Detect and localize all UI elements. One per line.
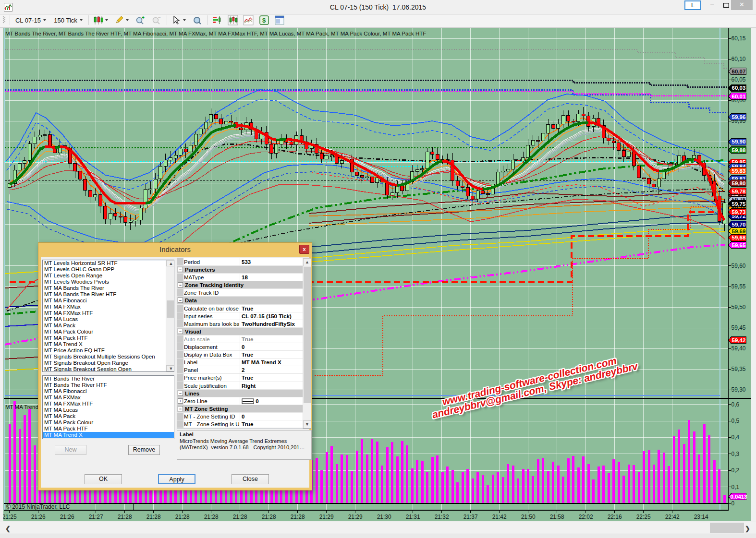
svg-text:21:28: 21:28 — [233, 514, 247, 520]
svg-text:23:14: 23:14 — [694, 514, 708, 520]
svg-text:59,60: 59,60 — [732, 263, 746, 269]
svg-text:21:28: 21:28 — [262, 514, 276, 520]
svg-text:21:28: 21:28 — [175, 514, 190, 520]
svg-text:21:50: 21:50 — [521, 514, 536, 520]
svg-text:60,10: 60,10 — [732, 56, 746, 62]
svg-text:60,15: 60,15 — [732, 35, 746, 42]
svg-text:59,45: 59,45 — [732, 324, 746, 331]
svg-text:59,73: 59,73 — [732, 209, 746, 215]
svg-text:0,1: 0,1 — [732, 484, 740, 490]
svg-text:21:29: 21:29 — [319, 514, 334, 520]
svg-text:21:30: 21:30 — [377, 514, 391, 520]
svg-text:59,96: 59,96 — [732, 114, 746, 120]
svg-text:0,4: 0,4 — [732, 434, 740, 441]
svg-text:+: + — [142, 15, 145, 20]
svg-text:22:42: 22:42 — [665, 514, 680, 520]
svg-text:59,88: 59,88 — [732, 147, 746, 153]
svg-text:59,30: 59,30 — [732, 386, 746, 393]
svg-text:$: $ — [262, 17, 266, 24]
svg-text:21:26: 21:26 — [31, 514, 46, 520]
svg-text:60,05: 60,05 — [732, 76, 746, 83]
svg-text:59,70: 59,70 — [732, 222, 746, 227]
svg-text:59,42: 59,42 — [732, 337, 746, 343]
svg-text:59,78: 59,78 — [732, 189, 746, 194]
svg-text:21:28: 21:28 — [146, 514, 161, 520]
svg-text:0: 0 — [732, 500, 735, 507]
svg-text:21:28: 21:28 — [118, 514, 132, 520]
svg-text:59,40: 59,40 — [732, 345, 746, 352]
svg-text:59,35: 59,35 — [732, 366, 746, 372]
svg-text:60,03: 60,03 — [732, 85, 746, 91]
svg-text:59,75: 59,75 — [732, 201, 746, 207]
svg-text:21:58: 21:58 — [550, 514, 564, 520]
svg-text:59,68: 59,68 — [732, 235, 746, 240]
svg-text:59,83: 59,83 — [732, 168, 746, 174]
svg-text:0,6: 0,6 — [732, 401, 740, 408]
svg-text:0,0413: 0,0413 — [730, 494, 747, 500]
svg-text:0,2: 0,2 — [732, 467, 740, 474]
svg-text:21:42: 21:42 — [492, 514, 507, 520]
svg-text:21:29: 21:29 — [348, 514, 363, 520]
svg-text:21:28: 21:28 — [204, 514, 219, 520]
svg-text:59,90: 59,90 — [732, 139, 746, 144]
svg-text:21:31: 21:31 — [406, 514, 420, 520]
svg-text:22:25: 22:25 — [636, 514, 651, 520]
svg-text:21:28: 21:28 — [291, 514, 305, 520]
svg-text:21:32: 21:32 — [435, 514, 449, 520]
svg-text:21:37: 21:37 — [463, 514, 478, 520]
svg-text:MT Bands The River, MT Bands T: MT Bands The River, MT Bands The River H… — [5, 31, 426, 36]
svg-text:59,69: 59,69 — [732, 228, 746, 234]
svg-text:59,80: 59,80 — [732, 180, 746, 186]
svg-text:21:26: 21:26 — [60, 514, 74, 520]
svg-text:21:25: 21:25 — [3, 514, 17, 520]
svg-text:22:02: 22:02 — [579, 514, 593, 520]
svg-text:21:27: 21:27 — [89, 514, 103, 520]
svg-text:© 2015 NinjaTrader, LLC: © 2015 NinjaTrader, LLC — [6, 503, 70, 510]
svg-text:–: – — [158, 15, 161, 20]
svg-text:59,65: 59,65 — [732, 242, 746, 248]
svg-text:0,5: 0,5 — [732, 418, 740, 424]
svg-text:59,55: 59,55 — [732, 283, 746, 290]
svg-text:0,3: 0,3 — [732, 451, 740, 457]
svg-text:22:16: 22:16 — [608, 514, 622, 520]
svg-text:59,50: 59,50 — [732, 304, 746, 311]
svg-text:60,07: 60,07 — [732, 69, 746, 74]
svg-text:60,01: 60,01 — [732, 94, 746, 99]
